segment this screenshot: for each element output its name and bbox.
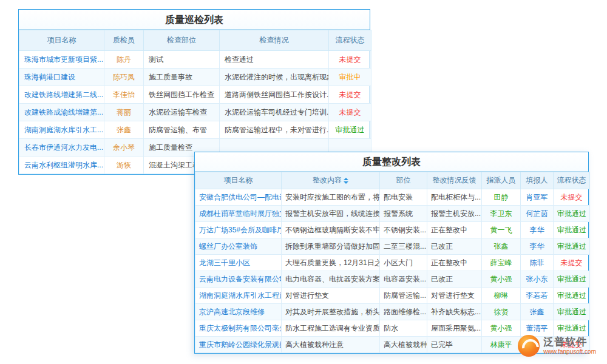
cell-assignee[interactable]: 柳琳	[482, 288, 521, 304]
cell-flow-status: 未提交	[329, 86, 371, 104]
table-row: 湖南洞庭湖水库引水工程施工...对管进行垫支防腐管运输...对管进行垫支柳琳李若…	[195, 288, 590, 304]
cell-flow-status: 审批通过	[329, 121, 371, 139]
cell-feedback: 已改正	[427, 238, 482, 255]
cell-project-name[interactable]: 成都杜甫草堂临时展厅独立展...	[195, 206, 282, 222]
cell-feedback: 已完毕	[427, 337, 482, 353]
cell-project-name[interactable]: 安徽合肥供电公司—配电设备...	[195, 189, 282, 206]
column-header-flow-status: 流程状态	[329, 30, 371, 51]
vendor-brand-name: 泛普软件	[543, 337, 596, 348]
cell-inspector[interactable]: 陈丹	[104, 51, 144, 69]
cell-assignee[interactable]: 李卫东	[482, 206, 521, 222]
cell-part: 路面维修检...	[380, 304, 427, 320]
cell-filler[interactable]: 李若若	[521, 288, 554, 304]
cell-rectify-content: 防水工程施工选调有专业资质...	[282, 320, 380, 337]
cell-project-name[interactable]: 重庆太极制药有限公司亳州中...	[195, 320, 282, 337]
cell-feedback: 屋面采用聚氨...	[427, 320, 482, 337]
cell-part: 二至三楼混...	[380, 238, 427, 255]
cell-check-situation: 防腐管运输过程中，未对管进行...	[220, 121, 329, 139]
cell-flow-status: 审批通过	[554, 238, 590, 255]
cell-part: 防水	[380, 320, 427, 337]
cell-flow-status: 审批通过	[554, 288, 590, 304]
cell-filler[interactable]: 何芷茵	[521, 206, 554, 222]
cell-assignee[interactable]: 田静	[482, 189, 521, 206]
table-row: 重庆太极制药有限公司亳州中...防水工程施工选调有专业资质...防水屋面采用聚氨…	[195, 320, 590, 337]
vendor-url[interactable]: www.fanpusoft.com	[543, 348, 596, 355]
cell-project-name[interactable]: 万达广场35#会所及咖啡厅空...	[195, 222, 282, 238]
cell-inspector[interactable]: 张鑫	[104, 121, 144, 139]
cell-inspector[interactable]: 蒋丽	[104, 104, 144, 121]
rectification-table-body: 安徽合肥供电公司—配电设备...安装时应按施工图的布置，将...配电安装配电柜柜…	[195, 189, 590, 353]
cell-project-name[interactable]: 重庆市鹅岭公园绿化景观提升...	[195, 337, 282, 353]
column-header-flow-status: 流程状态	[554, 172, 590, 189]
cell-feedback: 正在整改中	[427, 255, 482, 271]
inspection-list-card: 质量巡检列表 项目名称 质检员 检查部位 检查情况 流程状态 珠海市城市更新项目…	[18, 9, 370, 175]
column-header-filler: 填报人	[521, 172, 554, 189]
inspection-table-title: 质量巡检列表	[19, 10, 370, 30]
rectification-list-card: 质量整改列表 项目名称 整改内容 部位 整改情况反馈 指派人员 填报人 流程状态…	[194, 152, 589, 354]
cell-filler[interactable]: 肖亚军	[521, 189, 554, 206]
cell-feedback: 对管进行垫支	[427, 288, 482, 304]
cell-feedback: 正在整改中	[427, 222, 482, 238]
cell-assignee[interactable]: 黄小强	[482, 320, 521, 337]
cell-part: 防腐管运输...	[380, 288, 427, 304]
cell-filler[interactable]: 张鑫	[521, 304, 554, 320]
vendor-logo-text: 泛普软件 www.fanpusoft.com	[543, 337, 596, 355]
cell-project-name[interactable]: 长春市伊通河水力发电...	[19, 139, 104, 157]
cell-check-situation: 道路两侧铁丝网围挡工作按设计...	[220, 86, 329, 104]
cell-assignee[interactable]: 黄小强	[482, 271, 521, 288]
table-row: 改建铁路线增建第二线...李佳怡铁丝网围挡工作检查道路两侧铁丝网围挡工作按设计.…	[19, 86, 371, 104]
column-header-feedback: 整改情况反馈	[427, 172, 482, 189]
cell-project-name[interactable]: 螺丝厂办公室装饰	[195, 238, 282, 255]
cell-filler[interactable]: 董清平	[521, 320, 554, 337]
cell-assignee[interactable]: 林康平	[482, 337, 521, 353]
cell-feedback: 已改正	[427, 271, 482, 288]
cell-check-situation: 水泥砼灌注的时候，出现离析现象	[220, 69, 329, 86]
cell-flow-status: 未提交	[554, 255, 590, 271]
table-row: 螺丝厂办公室装饰拆除到承重墙部分请做好加固...二至三楼混...已改正张鑫李华审…	[195, 238, 590, 255]
table-row: 云南电力设备安装有限公司20...电力电容器、电抗器安装方案,...电容器安装.…	[195, 271, 590, 288]
cell-inspector[interactable]: 余小琴	[104, 139, 144, 157]
cell-filler[interactable]: 张小东	[521, 271, 554, 288]
cell-project-name[interactable]: 珠海鹤港口建设	[19, 69, 104, 86]
cell-flow-status: 审批通过	[554, 271, 590, 288]
column-header-project: 项目名称	[195, 172, 282, 189]
cell-assignee[interactable]: 黄一飞	[482, 222, 521, 238]
cell-part: 配电安装	[380, 189, 427, 206]
cell-assignee[interactable]: 徐贤	[482, 304, 521, 320]
rectification-table-title: 质量整改列表	[195, 152, 588, 172]
cell-rectify-content: 对其及时开展整改措施，桥头...	[282, 304, 380, 320]
cell-inspector[interactable]: 游恢	[104, 157, 144, 174]
cell-project-name[interactable]: 改建铁路线增建第二线...	[19, 86, 104, 104]
cell-inspector[interactable]: 陈巧凤	[104, 69, 144, 86]
cell-filler[interactable]: 李华	[521, 238, 554, 255]
sort-icon[interactable]	[344, 178, 348, 184]
table-row: 成都杜甫草堂临时展厅独立展...报警主机安放牢固，线缆连接...报警系统报警主机…	[195, 206, 590, 222]
table-row: 万达广场35#会所及咖啡厅空...不锈钢边框玻璃隔断安装不牢...不锈钢安装..…	[195, 222, 590, 238]
cell-inspector[interactable]: 李佳怡	[104, 86, 144, 104]
cell-project-name[interactable]: 改建铁路成渝线增建第...	[19, 104, 104, 121]
cell-project-name[interactable]: 湖南洞庭湖水库引水工...	[19, 121, 104, 139]
cell-assignee[interactable]: 薛宝峰	[482, 255, 521, 271]
cell-filler[interactable]: 陈菲	[521, 255, 554, 271]
cell-filler[interactable]: 李华	[521, 222, 554, 238]
cell-project-name[interactable]: 湖南洞庭湖水库引水工程施工...	[195, 288, 282, 304]
column-header-check-part: 检查部位	[144, 30, 220, 51]
cell-flow-status: 审批通过	[554, 304, 590, 320]
cell-project-name[interactable]: 珠海市城市更新项目紫...	[19, 51, 104, 69]
cell-project-name[interactable]: 云南水利枢纽潜明水库...	[19, 157, 104, 174]
cell-project-name[interactable]: 龙湖三千里小区	[195, 255, 282, 271]
table-header-row: 项目名称 质检员 检查部位 检查情况 流程状态	[19, 30, 371, 51]
column-header-project: 项目名称	[19, 30, 104, 51]
cell-flow-status: 审批通过	[554, 222, 590, 238]
cell-check-situation: 检查通过	[220, 51, 329, 69]
cell-flow-status: 未提交	[554, 189, 590, 206]
cell-project-name[interactable]: 云南电力设备安装有限公司20...	[195, 271, 282, 288]
cell-check-part: 铁丝网围挡工作检查	[144, 86, 220, 104]
fanpu-logo-icon	[518, 335, 540, 357]
table-header-row: 项目名称 整改内容 部位 整改情况反馈 指派人员 填报人 流程状态	[195, 172, 590, 189]
cell-check-part: 水泥砼运输车检查	[144, 104, 220, 121]
cell-assignee[interactable]: 张鑫	[482, 238, 521, 255]
cell-project-name[interactable]: 京沪高速北京段维修	[195, 304, 282, 320]
table-row: 安徽合肥供电公司—配电设备...安装时应按施工图的布置，将...配电安装配电柜柜…	[195, 189, 590, 206]
table-row: 珠海市城市更新项目紫...陈丹测试检查通过未提交	[19, 51, 371, 69]
